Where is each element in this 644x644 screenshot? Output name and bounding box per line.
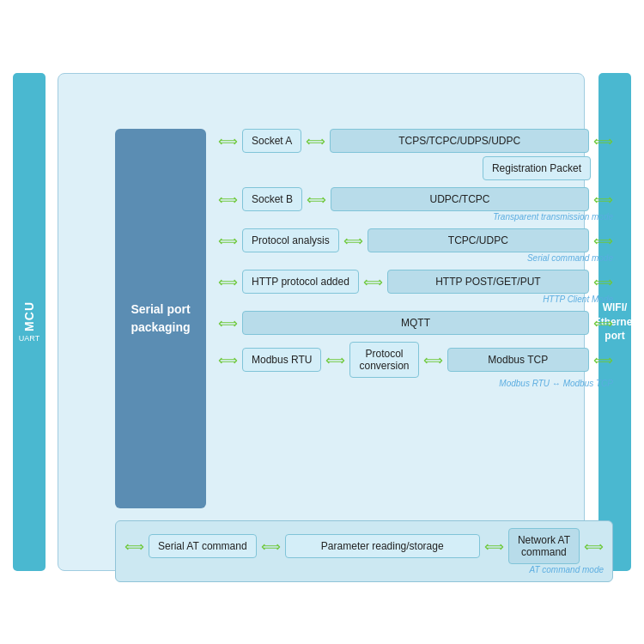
at-row: ⟺ Serial AT command ⟺ Parameter reading/… — [125, 528, 604, 564]
socket-b-items: ⟺ Socket B ⟺ UDPC/TCPC ⟺ — [218, 187, 613, 211]
arrow-at-1: ⟺ — [261, 538, 281, 555]
modbus-items: ⟺ Modbus RTU ⟺ Protocolconversion ⟺ Modb… — [218, 342, 613, 378]
transparent-mode-label: Transparent transmission mode — [218, 212, 613, 222]
modbus-tcp-box: Modbus TCP — [447, 348, 589, 372]
protocol-analysis-box: Protocol analysis — [242, 228, 339, 252]
mcu-bar: MCU UART — [13, 73, 46, 571]
arrow-modbus-2: ⟺ — [423, 352, 443, 368]
arrow-protocol: ⟺ — [343, 233, 363, 249]
right-arrow-at: ⟺ — [584, 538, 604, 555]
at-section: ⟺ Serial AT command ⟺ Parameter reading/… — [115, 520, 613, 582]
protocol-items: ⟺ Protocol analysis ⟺ TCPC/UDPC ⟺ — [218, 228, 613, 252]
arrow-socket-a: ⟺ — [306, 133, 325, 149]
right-arrow-socket-b: ⟺ — [593, 191, 613, 208]
modbus-rtu-box: Modbus RTU — [242, 348, 321, 372]
modbus-row: ⟺ Modbus RTU ⟺ Protocolconversion ⟺ Modb… — [218, 342, 613, 388]
network-at-box: Network ATcommand — [508, 528, 580, 564]
modbus-mode-label: Modbus RTU ↔ Modbus TCP — [218, 379, 613, 388]
uart-label: UART — [19, 334, 39, 343]
proto-conv-box: Protocolconversion — [349, 342, 418, 378]
mqtt-row: ⟺ MQTT ⟺ — [218, 311, 613, 335]
left-arrow-http: ⟺ — [218, 274, 238, 290]
rows-area: ⟺ Socket A ⟺ TCPS/TCPC/UDPS/UDPC ⟺ Regis… — [218, 129, 613, 395]
serial-at-box: Serial AT command — [149, 534, 257, 558]
serial-command-mode-label: Serial command mode — [218, 253, 613, 263]
tcps-box: TCPS/TCPC/UDPS/UDPC — [330, 129, 589, 153]
param-read-box: Parameter reading/storage — [285, 534, 480, 558]
reg-packet-row: Registration Packet — [218, 153, 613, 180]
socket-a-row: ⟺ Socket A ⟺ TCPS/TCPC/UDPS/UDPC ⟺ Regis… — [218, 129, 613, 180]
arrow-socket-b: ⟺ — [307, 191, 326, 208]
serial-port-box: Serial port packaging — [115, 129, 206, 508]
http-items: ⟺ HTTP protocol added ⟺ HTTP POST/GET/PU… — [218, 270, 613, 294]
http-added-box: HTTP protocol added — [242, 270, 359, 294]
arrow-http: ⟺ — [363, 274, 383, 290]
http-post-box: HTTP POST/GET/PUT — [387, 270, 589, 294]
socket-b-row: ⟺ Socket B ⟺ UDPC/TCPC ⟺ Transparent tra… — [218, 187, 613, 222]
right-arrow-mqtt: ⟺ — [593, 315, 613, 331]
left-arrow-protocol: ⟺ — [218, 233, 238, 249]
inner-panel: Serial port packaging ⟺ Socket A ⟺ TCPS/… — [58, 73, 585, 571]
left-arrow-at: ⟺ — [125, 538, 144, 555]
right-arrow-socket-a: ⟺ — [593, 133, 613, 149]
registration-packet-box: Registration Packet — [483, 156, 591, 180]
protocol-row: ⟺ Protocol analysis ⟺ TCPC/UDPC ⟺ Serial… — [218, 228, 613, 263]
socket-b-box: Socket B — [242, 187, 302, 211]
tcpc-udpc-box: TCPC/UDPC — [368, 228, 589, 252]
right-arrow-http: ⟺ — [593, 274, 613, 290]
diagram: MCU UART WIFI/Ethernetport Serial port p… — [13, 30, 631, 614]
http-row: ⟺ HTTP protocol added ⟺ HTTP POST/GET/PU… — [218, 270, 613, 304]
mqtt-box: MQTT — [242, 311, 589, 335]
right-arrow-modbus: ⟺ — [593, 352, 613, 368]
left-arrow-mqtt: ⟺ — [218, 315, 238, 331]
http-mode-label: HTTP Client Mode — [218, 295, 613, 304]
left-arrow-socket-b: ⟺ — [218, 191, 238, 208]
mqtt-items: ⟺ MQTT ⟺ — [218, 311, 613, 335]
udpc-tcpc-box: UDPC/TCPC — [331, 187, 589, 211]
left-arrow-modbus: ⟺ — [218, 352, 238, 368]
mcu-label: MCU — [22, 301, 36, 331]
arrow-at-2: ⟺ — [484, 538, 504, 555]
socket-a-items: ⟺ Socket A ⟺ TCPS/TCPC/UDPS/UDPC ⟺ — [218, 129, 613, 153]
at-mode-label: AT command mode — [125, 565, 604, 574]
left-arrow-socket-a: ⟺ — [218, 133, 238, 149]
right-arrow-protocol: ⟺ — [593, 233, 613, 249]
arrow-modbus-1: ⟺ — [325, 352, 345, 368]
socket-a-box: Socket A — [242, 129, 301, 153]
